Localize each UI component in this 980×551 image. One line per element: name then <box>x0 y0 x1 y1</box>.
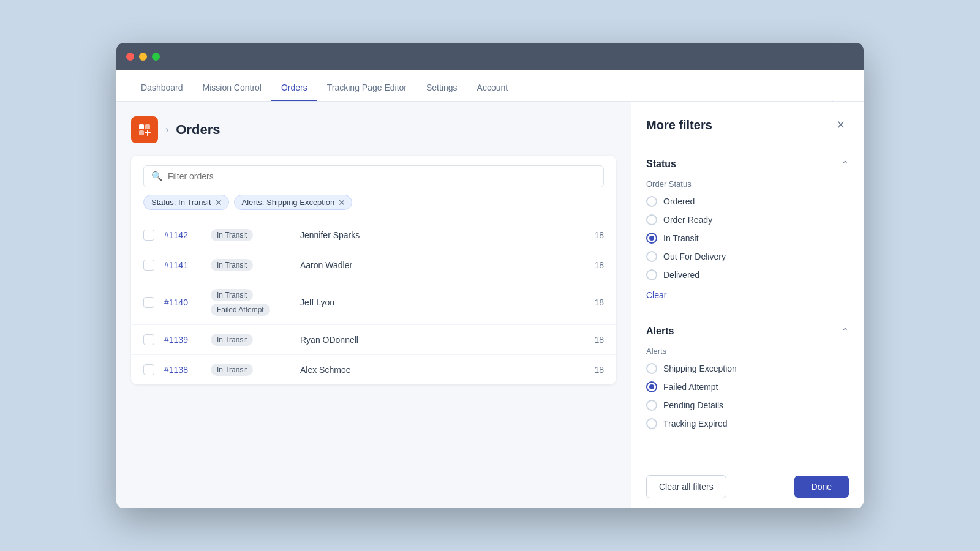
alerts-filter-tag: Alerts: Shipping Exception ✕ <box>234 195 353 210</box>
radio-option-ordered[interactable]: Ordered <box>646 196 849 207</box>
row-checkbox-1139[interactable] <box>143 334 154 345</box>
filters-close-button[interactable]: ✕ <box>832 116 849 133</box>
order-date-1141: 18 <box>594 260 604 270</box>
nav-item-account[interactable]: Account <box>467 83 518 101</box>
radio-label-order-ready: Order Ready <box>663 215 712 225</box>
alerts-section-title: Alerts <box>646 326 674 337</box>
order-date-1139: 18 <box>594 335 604 345</box>
filter-tags: Status: In Transit ✕ Alerts: Shipping Ex… <box>143 195 604 210</box>
customer-name-1139: Ryan ODonnell <box>300 335 584 345</box>
page-title: Orders <box>176 122 220 138</box>
table-row: #1142 In Transit Jennifer Sparks 18 <box>131 220 616 250</box>
filters-header: More filters ✕ <box>631 102 864 146</box>
clear-all-filters-button[interactable]: Clear all filters <box>646 475 726 498</box>
nav-item-dashboard[interactable]: Dashboard <box>131 83 193 101</box>
search-filter-bar: 🔍 Status: In Transit ✕ Alerts: Shipping … <box>131 156 616 220</box>
customer-name-1138: Alex Schmoe <box>300 365 584 375</box>
order-id-1141[interactable]: #1141 <box>164 260 201 270</box>
radio-label-ordered: Ordered <box>663 197 695 206</box>
svg-rect-1 <box>139 130 144 135</box>
status-section-header[interactable]: Status ⌃ <box>646 159 849 170</box>
row-checkbox-1138[interactable] <box>143 364 154 375</box>
alerts-chevron-icon: ⌃ <box>842 326 849 336</box>
row-checkbox-1141[interactable] <box>143 260 154 271</box>
radio-circle-in-transit[interactable] <box>646 233 657 244</box>
status-badges-1141: In Transit <box>211 259 290 271</box>
radio-circle-order-ready[interactable] <box>646 214 657 225</box>
radio-label-tracking-expired: Tracking Expired <box>663 419 728 429</box>
svg-rect-0 <box>139 124 144 129</box>
status-badge-in-transit: In Transit <box>211 259 253 271</box>
nav-item-settings[interactable]: Settings <box>417 83 467 101</box>
order-status-group-label: Order Status <box>646 179 849 189</box>
status-badge-failed-attempt: Failed Attempt <box>211 304 270 316</box>
radio-label-out-for-delivery: Out For Delivery <box>663 252 726 261</box>
radio-option-shipping-exception[interactable]: Shipping Exception <box>646 363 849 374</box>
order-id-1142[interactable]: #1142 <box>164 230 201 240</box>
status-filter-section: Status ⌃ Order Status Ordered Order Read… <box>646 146 849 313</box>
nav-item-tracking-page-editor[interactable]: Tracking Page Editor <box>317 83 417 101</box>
content-area: › Orders 🔍 Status: In Transit ✕ <box>116 102 631 508</box>
status-badge-in-transit: In Transit <box>211 289 253 301</box>
order-date-1142: 18 <box>594 230 604 240</box>
radio-circle-failed-attempt[interactable] <box>646 381 657 392</box>
radio-option-delivered[interactable]: Delivered <box>646 269 849 280</box>
table-row: #1140 In Transit Failed Attempt Jeff Lyo… <box>131 280 616 325</box>
nav-item-mission-control[interactable]: Mission Control <box>193 83 271 101</box>
radio-circle-out-for-delivery[interactable] <box>646 251 657 262</box>
radio-option-in-transit[interactable]: In Transit <box>646 233 849 244</box>
status-badges-1139: In Transit <box>211 334 290 346</box>
row-checkbox-1142[interactable] <box>143 230 154 241</box>
alerts-group-label: Alerts <box>646 347 849 356</box>
minimize-button[interactable] <box>139 53 147 61</box>
radio-circle-pending-details[interactable] <box>646 400 657 411</box>
radio-circle-tracking-expired[interactable] <box>646 418 657 429</box>
customer-name-1140: Jeff Lyon <box>300 298 584 307</box>
titlebar <box>116 43 864 70</box>
radio-option-out-for-delivery[interactable]: Out For Delivery <box>646 251 849 262</box>
status-tag-label: Status: In Transit <box>151 198 211 207</box>
order-id-1139[interactable]: #1139 <box>164 335 201 345</box>
radio-circle-delivered[interactable] <box>646 269 657 280</box>
status-badge-in-transit: In Transit <box>211 364 253 376</box>
radio-circle-shipping-exception[interactable] <box>646 363 657 374</box>
row-checkbox-1140[interactable] <box>143 297 154 308</box>
status-chevron-icon: ⌃ <box>842 159 849 169</box>
radio-option-failed-attempt[interactable]: Failed Attempt <box>646 381 849 392</box>
table-row: #1138 In Transit Alex Schmoe 18 <box>131 355 616 384</box>
radio-circle-ordered[interactable] <box>646 196 657 207</box>
alerts-tag-close[interactable]: ✕ <box>338 198 345 207</box>
alerts-filter-section: Alerts ⌃ Alerts Shipping Exception Faile… <box>646 313 849 449</box>
status-tag-close[interactable]: ✕ <box>215 198 222 207</box>
window-controls <box>126 53 160 61</box>
status-badges-1142: In Transit <box>211 229 290 241</box>
orders-panel: 🔍 Status: In Transit ✕ Alerts: Shipping … <box>131 156 616 384</box>
radio-label-in-transit: In Transit <box>663 233 699 243</box>
search-input[interactable] <box>168 171 596 181</box>
app-logo <box>131 116 158 143</box>
status-badge-in-transit: In Transit <box>211 229 253 241</box>
orders-table: #1142 In Transit Jennifer Sparks 18 #114… <box>131 220 616 384</box>
search-icon: 🔍 <box>151 171 163 182</box>
order-id-1138[interactable]: #1138 <box>164 365 201 375</box>
status-filter-tag: Status: In Transit ✕ <box>143 195 229 210</box>
close-button[interactable] <box>126 53 134 61</box>
nav-item-orders[interactable]: Orders <box>271 83 317 101</box>
order-date-1138: 18 <box>594 365 604 375</box>
alerts-section-header[interactable]: Alerts ⌃ <box>646 326 849 337</box>
radio-option-pending-details[interactable]: Pending Details <box>646 400 849 411</box>
maximize-button[interactable] <box>152 53 160 61</box>
radio-option-order-ready[interactable]: Order Ready <box>646 214 849 225</box>
navigation: Dashboard Mission Control Orders Trackin… <box>116 70 864 102</box>
status-clear-link[interactable]: Clear <box>646 290 666 300</box>
filters-body: Status ⌃ Order Status Ordered Order Read… <box>631 146 864 465</box>
search-box[interactable]: 🔍 <box>143 165 604 187</box>
order-id-1140[interactable]: #1140 <box>164 298 201 307</box>
radio-option-tracking-expired[interactable]: Tracking Expired <box>646 418 849 429</box>
filters-panel: More filters ✕ Status ⌃ Order Status Ord… <box>631 102 864 508</box>
order-date-1140: 18 <box>594 298 604 307</box>
done-button[interactable]: Done <box>794 476 849 498</box>
breadcrumb-arrow: › <box>165 124 168 135</box>
page-header: › Orders <box>131 116 616 143</box>
radio-label-shipping-exception: Shipping Exception <box>663 364 737 373</box>
